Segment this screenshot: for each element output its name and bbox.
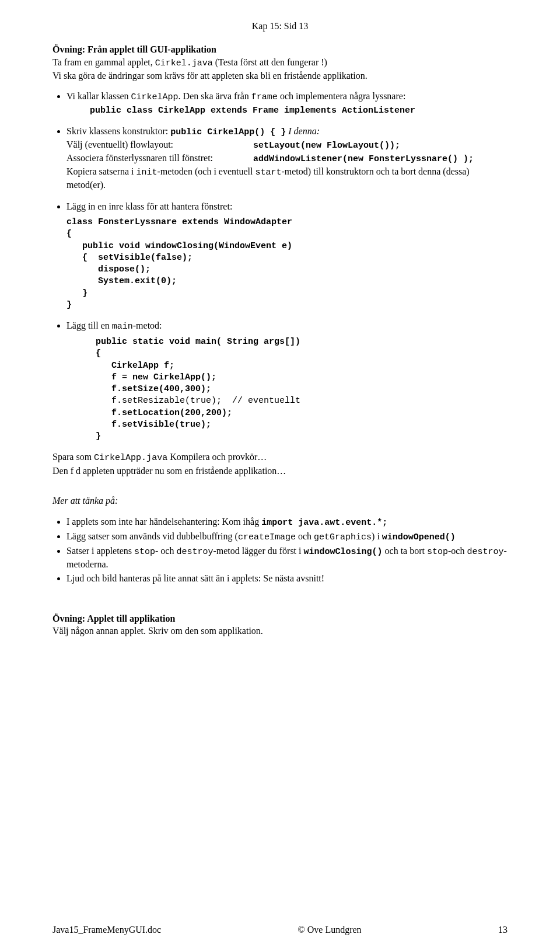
bullet-3: Lägg in en inre klass för att hantera fö… [66,200,508,311]
bullet-list-2: I applets som inte har händelsehantering… [52,515,508,585]
b4-l9: } [96,431,101,441]
footer-left: Java15_FrameMenyGUI.doc [52,925,161,935]
b4-t2: -metod: [133,320,162,330]
b1-codeline: public class CirkelApp extends Frame imp… [90,104,508,117]
intro-part2: (Testa först att den fungerar !) [213,57,327,67]
b2-l4b: init [136,168,158,177]
exercise-2-block: Övning: Applet till applikation Välj någ… [52,612,508,637]
mer-heading: Mer att tänka på: [52,494,508,507]
page-header: Kap 15: Sid 13 [52,21,508,32]
b2-t1: Skriv klassens konstruktor: [66,126,170,136]
b4-l8: f.setVisible(true); [96,420,211,430]
b4-l1: public static void main( String args[]) [96,337,300,347]
b2-l4c: -metoden (och i eventuell [158,166,256,176]
footer-center: © Ove Lundgren [298,925,362,935]
m3-h: stop [427,547,448,557]
m3-b: stop [134,547,155,557]
m2-d: getGraphics [314,532,372,542]
m3-c: - och [155,546,176,556]
spara-d: Den f d appleten uppträder nu som en fri… [52,466,286,476]
m3-d: destroy [176,547,213,557]
b4-t1: Lägg till en [66,320,112,330]
b2-idenna: I denna: [288,126,320,136]
b4-l5: f.setSize(400,300); [96,384,211,394]
m1: I applets som inte har händelsehantering… [66,515,508,529]
spara-a: Spara som [52,452,94,462]
exercise-2-title: Övning: Applet till applikation [52,614,175,623]
b4-code: public static void main( String args[]) … [96,336,508,442]
b2-c1: public CirkelApp() { } [170,127,286,137]
bullet-4: Lägg till en main-metod: public static v… [66,319,508,442]
b4-l6b: // eventuellt [222,396,300,406]
m3-a: Satser i appletens [66,546,134,556]
intro-code: Cirkel.java [155,58,213,68]
b1-t2: . Den ska ärva från [178,91,251,101]
b4-l3: CirkelApp f; [96,361,174,371]
m3-f: windowClosing() [304,547,383,557]
m3-e: -metod lägger du först i [213,546,303,556]
m3-i: -och [448,546,467,556]
exercise-1-block: Övning: Från applet till GUI-applikation… [52,43,508,82]
b4-l7: f.setLocation(200,200); [96,408,232,418]
m1-b: import java.awt.event.*; [261,518,387,528]
page-root: Kap 15: Sid 13 Övning: Från applet till … [0,0,560,948]
b2-l3b: addWindowListener(new FonsterLyssnare() … [253,154,474,164]
b1-t3: och implementera några lyssnare: [278,91,405,101]
m3-g: och ta bort [383,546,427,556]
b3-text: Lägg in en inre klass för att hantera fö… [66,201,232,211]
m4: Ljud och bild hanteras på lite annat sät… [66,572,508,585]
m2: Lägg satser som används vid dubbelbuffri… [66,530,508,543]
spara-c: Kompilera och provkör… [167,452,267,462]
b1-c2: frame [251,92,278,102]
b2-l4a: Kopiera satserna i [66,166,136,176]
b2-l3a: Associera fönsterlyssnaren till fönstret… [66,152,253,165]
b2-l4d: start [255,168,281,177]
b4-l6a: f.setResizable(true); [96,396,222,406]
bullet-list-1: Vi kallar klassen CirkelApp. Den ska ärv… [52,90,508,442]
b3-code: class FonsterLyssnare extends WindowAdap… [66,217,508,311]
b1-c1: CirkelApp [131,92,178,102]
footer-right: 13 [498,925,508,935]
spara-block: Spara som CirkelApp.java Kompilera och p… [52,451,508,477]
footer: Java15_FrameMenyGUI.doc © Ove Lundgren 1… [52,925,508,935]
exercise-2-text: Välj någon annan applet. Skriv om den so… [52,626,263,636]
m2-f: windowOpened() [382,532,456,542]
m2-e: ) i [372,531,382,541]
m1-a: I applets som inte har händelsehantering… [66,517,261,527]
b1-t1: Vi kallar klassen [66,91,131,101]
m3-j: destroy [467,547,503,557]
bullet-2: Skriv klassens konstruktor: public Cirke… [66,125,508,191]
m2-a: Lägg satser som används vid dubbelbuffri… [66,531,238,541]
m2-b: createImage [238,532,296,542]
spara-b: CirkelApp.java [94,453,167,463]
exercise-1-title: Övning: Från applet till GUI-applikation [52,44,216,54]
b4-c1: main [112,322,133,332]
b2-l2a: Välj (eventuellt) flowlayout: [66,138,253,151]
b2-l2b: setLayout(new FlowLayout()); [253,141,400,151]
m2-c: och [296,531,314,541]
b4-l2: { [96,348,101,358]
b4-l4: f = new CirkelApp(); [96,372,216,382]
intro-line2: Vi ska göra de ändringar som krävs för a… [52,71,368,81]
m3: Satser i appletens stop- och destroy-met… [66,545,508,571]
bullet-1: Vi kallar klassen CirkelApp. Den ska ärv… [66,90,508,117]
intro-part1: Ta fram en gammal applet, [52,57,155,67]
